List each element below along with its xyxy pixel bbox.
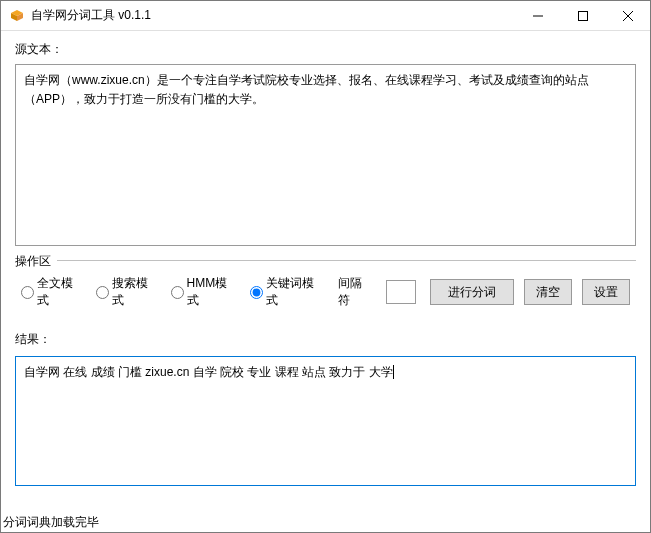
maximize-button[interactable] (560, 1, 605, 30)
action-buttons: 进行分词 清空 设置 (430, 279, 630, 305)
titlebar: 自学网分词工具 v0.1.1 (1, 1, 650, 31)
operation-panel: 操作区 全文模式 搜索模式 HMM模式 关键词模式 (15, 260, 636, 321)
mode-search-label: 搜索模式 (112, 275, 157, 309)
mode-hmm-radio[interactable]: HMM模式 (171, 275, 236, 309)
status-bar: 分词词典加载完毕 (1, 512, 650, 532)
window-controls (515, 1, 650, 30)
status-text: 分词词典加载完毕 (3, 515, 99, 529)
mode-hmm-label: HMM模式 (187, 275, 236, 309)
result-label: 结果： (15, 331, 636, 348)
settings-button[interactable]: 设置 (582, 279, 630, 305)
source-label: 源文本： (15, 41, 636, 58)
app-window: 自学网分词工具 v0.1.1 源文本： 操作区 全文模式 (0, 0, 651, 533)
result-textarea[interactable]: 自学网 在线 成绩 门槛 zixue.cn 自学 院校 专业 课程 站点 致力于… (15, 356, 636, 486)
minimize-button[interactable] (515, 1, 560, 30)
mode-search-radio[interactable]: 搜索模式 (96, 275, 157, 309)
mode-keyword-input[interactable] (250, 286, 263, 299)
separator-input[interactable] (386, 280, 416, 304)
mode-search-input[interactable] (96, 286, 109, 299)
app-icon (9, 8, 25, 24)
text-caret (393, 365, 394, 379)
operation-label: 操作区 (15, 253, 57, 270)
mode-full-label: 全文模式 (37, 275, 82, 309)
svg-rect-1 (578, 11, 587, 20)
clear-button[interactable]: 清空 (524, 279, 572, 305)
window-title: 自学网分词工具 v0.1.1 (31, 7, 515, 24)
separator-label: 间隔符 (338, 275, 372, 309)
mode-full-input[interactable] (21, 286, 34, 299)
operation-row: 全文模式 搜索模式 HMM模式 关键词模式 间隔符 进行分词 (21, 275, 630, 309)
mode-full-radio[interactable]: 全文模式 (21, 275, 82, 309)
mode-keyword-label: 关键词模式 (266, 275, 322, 309)
mode-hmm-input[interactable] (171, 286, 184, 299)
source-textarea[interactable] (15, 64, 636, 246)
close-button[interactable] (605, 1, 650, 30)
body: 源文本： 操作区 全文模式 搜索模式 HMM模式 (1, 31, 650, 512)
result-text: 自学网 在线 成绩 门槛 zixue.cn 自学 院校 专业 课程 站点 致力于… (24, 365, 393, 379)
mode-keyword-radio[interactable]: 关键词模式 (250, 275, 322, 309)
run-button[interactable]: 进行分词 (430, 279, 514, 305)
